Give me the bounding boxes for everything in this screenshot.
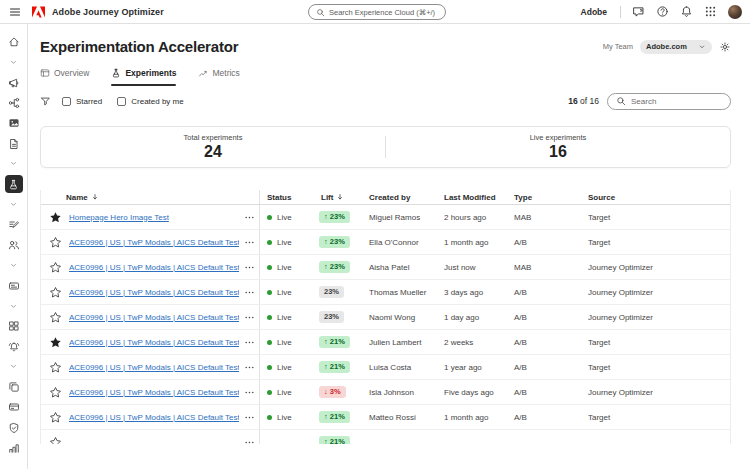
created-by-me-checkbox[interactable]: Created by me xyxy=(117,97,183,106)
hamburger-menu-icon[interactable] xyxy=(8,5,22,19)
cell-created-by: Aisha Patel xyxy=(369,255,444,279)
nav-section-toggle-1-icon[interactable] xyxy=(0,52,27,72)
nav-datasets-icon[interactable] xyxy=(0,377,27,397)
star-toggle[interactable] xyxy=(41,430,69,444)
star-toggle[interactable] xyxy=(41,355,69,379)
nav-landing-pages-icon[interactable] xyxy=(0,133,27,153)
experiment-link[interactable]: ACE0996 | US | TwP Modals | AICS Default… xyxy=(69,288,239,297)
star-toggle[interactable] xyxy=(41,305,69,329)
starred-checkbox-box[interactable] xyxy=(62,97,71,106)
experiment-link[interactable]: ACE0996 | US | TwP Modals | AICS Default… xyxy=(69,363,239,372)
live-status-dot xyxy=(267,390,272,395)
tab-metrics[interactable]: Metrics xyxy=(198,66,239,86)
row-more-menu-button[interactable] xyxy=(239,405,259,429)
row-more-menu-button[interactable] xyxy=(239,380,259,404)
nav-profiles-icon[interactable] xyxy=(0,235,27,255)
lift-badge: ↑ 23% xyxy=(319,211,350,223)
table-search-placeholder: Search xyxy=(631,97,656,106)
nav-campaigns-icon[interactable] xyxy=(0,73,27,93)
star-toggle[interactable] xyxy=(41,230,69,254)
star-toggle[interactable] xyxy=(41,380,69,404)
cell-lift: ↑ 21% xyxy=(319,330,369,354)
my-team-label: My Team xyxy=(603,42,633,51)
cell-last-modified: 2 weeks xyxy=(444,330,514,354)
nav-assets-icon[interactable] xyxy=(0,113,27,133)
column-header-lift[interactable]: Lift xyxy=(319,190,369,204)
experiment-link[interactable]: Homepage Hero Image Test xyxy=(69,213,169,222)
column-header-created-by[interactable]: Created by xyxy=(369,190,444,204)
cell-status: Live xyxy=(259,205,319,229)
cell-type: MAB xyxy=(514,255,588,279)
cell-type: A/B xyxy=(514,280,588,304)
nav-queries-icon[interactable] xyxy=(0,397,27,417)
table-search-input[interactable]: Search xyxy=(607,93,731,110)
filter-funnel-icon[interactable] xyxy=(40,96,51,107)
column-header-last-modified[interactable]: Last Modified xyxy=(444,190,514,204)
settings-gear-icon[interactable] xyxy=(719,41,731,53)
cell-created-by: Ella O'Connor xyxy=(369,230,444,254)
cell-lift: ↑ 21% xyxy=(319,405,369,429)
nav-monitoring-icon[interactable] xyxy=(0,438,27,458)
cell-status: Live xyxy=(259,255,319,279)
star-toggle[interactable] xyxy=(41,280,69,304)
sidebar xyxy=(0,24,28,469)
row-more-menu-button[interactable] xyxy=(239,205,259,229)
row-more-menu-button[interactable] xyxy=(239,430,259,444)
column-header-type[interactable]: Type xyxy=(514,190,588,204)
tab-overview[interactable]: Overview xyxy=(40,66,89,86)
nav-section-toggle-5-icon[interactable] xyxy=(0,296,27,316)
row-more-menu-button[interactable] xyxy=(239,330,259,354)
live-status-dot xyxy=(267,240,272,245)
created-by-me-checkbox-box[interactable] xyxy=(117,97,126,106)
starred-checkbox[interactable]: Starred xyxy=(62,97,102,106)
row-more-menu-button[interactable] xyxy=(239,280,259,304)
cell-lift: ↑ 21% xyxy=(319,355,369,379)
team-select-dropdown[interactable]: Adobe.com xyxy=(640,40,712,54)
column-header-name[interactable]: Name xyxy=(41,190,259,204)
experiment-link[interactable]: ACE0996 | US | TwP Modals | AICS Default… xyxy=(69,338,239,347)
nav-alerts-icon[interactable] xyxy=(0,336,27,356)
notifications-bell-icon[interactable] xyxy=(680,5,693,18)
nav-content-icon[interactable] xyxy=(0,215,27,235)
star-toggle[interactable] xyxy=(41,405,69,429)
row-more-menu-button[interactable] xyxy=(239,305,259,329)
nav-section-toggle-3-icon[interactable] xyxy=(0,194,27,214)
column-header-source[interactable]: Source xyxy=(588,190,730,204)
experiment-link[interactable]: ACE0996 | US | TwP Modals | AICS Default… xyxy=(69,388,239,397)
experiment-link[interactable]: ACE0996 | US | TwP Modals | AICS Default… xyxy=(69,238,239,247)
nav-home-icon[interactable] xyxy=(0,32,27,52)
nav-selected-pill[interactable] xyxy=(5,175,23,193)
app-switcher-icon[interactable] xyxy=(704,5,717,18)
more-dots-icon xyxy=(244,437,255,445)
row-more-menu-button[interactable] xyxy=(239,355,259,379)
nav-privacy-icon[interactable] xyxy=(0,418,27,438)
row-more-menu-button[interactable] xyxy=(239,230,259,254)
experiment-link[interactable]: ACE0996 | US | TwP Modals | AICS Default… xyxy=(69,413,239,422)
nav-schemas-icon[interactable] xyxy=(0,316,27,336)
experiment-link[interactable]: ACE0996 | US | TwP Modals | AICS Default… xyxy=(69,313,239,322)
sort-desc-icon[interactable] xyxy=(91,193,99,201)
search-icon xyxy=(616,96,626,106)
tab-experiments[interactable]: Experiments xyxy=(111,66,176,86)
nav-experiments-icon[interactable] xyxy=(0,174,27,194)
user-avatar[interactable] xyxy=(728,5,742,19)
row-more-menu-button[interactable] xyxy=(239,255,259,279)
star-toggle[interactable] xyxy=(41,330,69,354)
help-icon[interactable] xyxy=(656,5,669,18)
sort-desc-icon[interactable] xyxy=(336,193,344,201)
nav-section-toggle-6-icon[interactable] xyxy=(0,357,27,377)
nav-section-toggle-2-icon[interactable] xyxy=(0,154,27,174)
column-header-status[interactable]: Status xyxy=(259,190,319,204)
nav-journeys-icon[interactable] xyxy=(0,93,27,113)
live-status-dot xyxy=(267,340,272,345)
table-header: Name Status Lift Created by Last Modifie… xyxy=(41,190,730,205)
star-toggle[interactable] xyxy=(41,205,69,229)
star-toggle[interactable] xyxy=(41,255,69,279)
nav-audiences-icon[interactable] xyxy=(0,276,27,296)
cell-name: ACE0996 | US | TwP Modals | AICS Default… xyxy=(69,405,239,429)
table-row: ACE0996 | US | TwP Modals | AICS Default… xyxy=(41,305,730,330)
nav-section-toggle-4-icon[interactable] xyxy=(0,255,27,275)
global-search-input[interactable]: Search Experience Cloud (⌘+/) xyxy=(308,4,446,20)
feedback-icon[interactable] xyxy=(632,5,645,18)
experiment-link[interactable]: ACE0996 | US | TwP Modals | AICS Default… xyxy=(69,263,239,272)
